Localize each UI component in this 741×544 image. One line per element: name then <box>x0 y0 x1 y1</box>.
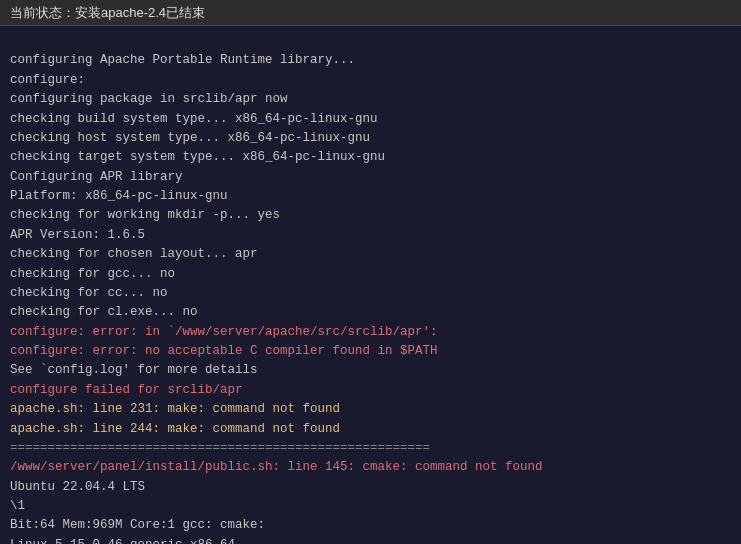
terminal-line: checking for cl.exe... no <box>10 303 731 322</box>
terminal-output: configuring Apache Portable Runtime libr… <box>0 26 741 544</box>
terminal-line: configure: error: no acceptable C compil… <box>10 342 731 361</box>
terminal-line: checking host system type... x86_64-pc-l… <box>10 129 731 148</box>
terminal-line: configuring Apache Portable Runtime libr… <box>10 51 731 70</box>
terminal-line: checking for chosen layout... apr <box>10 245 731 264</box>
terminal-line: configuring package in srclib/apr now <box>10 90 731 109</box>
terminal-line: Linux 5.15.0-46-generic x86_64 <box>10 536 731 544</box>
terminal-line: See `config.log' for more details <box>10 361 731 380</box>
status-text: 当前状态：安装apache-2.4已结束 <box>10 4 205 22</box>
terminal-line: \1 <box>10 497 731 516</box>
terminal-line: checking target system type... x86_64-pc… <box>10 148 731 167</box>
terminal-line: Ubuntu 22.04.4 LTS <box>10 478 731 497</box>
terminal-line: apache.sh: line 231: make: command not f… <box>10 400 731 419</box>
status-bar: 当前状态：安装apache-2.4已结束 <box>0 0 741 26</box>
terminal-line: checking for cc... no <box>10 284 731 303</box>
terminal-line: configure: error: in `/www/server/apache… <box>10 323 731 342</box>
terminal-line: APR Version: 1.6.5 <box>10 226 731 245</box>
terminal-line: apache.sh: line 244: make: command not f… <box>10 420 731 439</box>
terminal-line: Configuring APR library <box>10 168 731 187</box>
terminal-line: ========================================… <box>10 439 731 458</box>
terminal-line: /www/server/panel/install/public.sh: lin… <box>10 458 731 477</box>
terminal-line: configure failed for srclib/apr <box>10 381 731 400</box>
terminal-line: Platform: x86_64-pc-linux-gnu <box>10 187 731 206</box>
terminal-line: configure: <box>10 71 731 90</box>
terminal-line: checking for gcc... no <box>10 265 731 284</box>
terminal-line: checking for working mkdir -p... yes <box>10 206 731 225</box>
terminal-line: Bit:64 Mem:969M Core:1 gcc: cmake: <box>10 516 731 535</box>
terminal-line: checking build system type... x86_64-pc-… <box>10 110 731 129</box>
